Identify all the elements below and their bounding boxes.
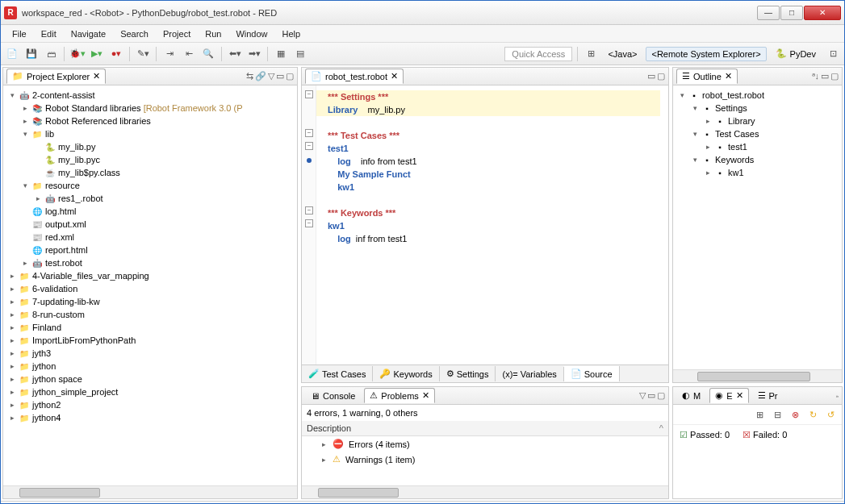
menu-edit[interactable]: Edit bbox=[35, 27, 63, 40]
code-line[interactable]: *** Keywords *** bbox=[310, 206, 660, 219]
tab-outline[interactable]: ☰ Outline ✕ bbox=[676, 69, 738, 84]
tree-item[interactable]: ▸📁jyth3 bbox=[5, 347, 295, 360]
filter-err-icon[interactable]: ⊗ bbox=[787, 406, 803, 423]
tab-console[interactable]: 🖥 Console bbox=[305, 389, 361, 403]
problems-max-icon[interactable]: ▢ bbox=[657, 390, 665, 401]
code-line[interactable]: log info from test1 bbox=[310, 155, 660, 168]
tree-item[interactable]: ▸📚Robot Standard libraries [Robot Framew… bbox=[5, 102, 295, 115]
outline-item[interactable]: ▾▪Settings bbox=[675, 102, 840, 115]
tree-item[interactable]: ▾📁resource bbox=[5, 179, 295, 192]
code-line[interactable]: test1 bbox=[310, 142, 660, 155]
outline-min-icon[interactable]: ▭ bbox=[821, 71, 829, 81]
tab-editor-file[interactable]: 📄 robot_test.robot ✕ bbox=[305, 69, 404, 84]
collapse-icon[interactable]: ⇆ bbox=[246, 71, 253, 81]
menu-help[interactable]: Help bbox=[276, 27, 307, 40]
code-line[interactable] bbox=[310, 194, 660, 206]
tab-e[interactable]: ◉ E ✕ bbox=[709, 388, 748, 403]
menu-window[interactable]: Window bbox=[229, 27, 274, 40]
tree-item[interactable]: ▾🤖2-content-assist bbox=[5, 89, 295, 102]
link-icon[interactable]: 🔗 bbox=[255, 71, 266, 81]
tree-item[interactable]: 🌐log.html bbox=[5, 205, 295, 218]
code-line[interactable]: *** Test Cases *** bbox=[310, 129, 660, 142]
tree-item[interactable]: ▸📁jython2 bbox=[5, 398, 295, 411]
tree-item[interactable]: ▸📁Finland bbox=[5, 321, 295, 334]
code-line[interactable]: kw1 bbox=[310, 219, 660, 232]
perspective-java[interactable]: <Java> bbox=[602, 47, 642, 61]
tree-item[interactable]: ▸📁jython_simple_project bbox=[5, 385, 295, 398]
menu-search[interactable]: Search bbox=[114, 27, 155, 40]
outline-max-icon[interactable]: ▢ bbox=[830, 71, 839, 81]
quick-access[interactable]: Quick Access bbox=[504, 47, 572, 61]
tree-item[interactable]: ▸📁7-updating-lib-kw bbox=[5, 295, 295, 308]
tree-item[interactable]: ▸📁8-run-custom bbox=[5, 308, 295, 321]
outline-sort-icon[interactable]: ᵃ↓ bbox=[812, 71, 820, 81]
tree-item[interactable]: ▸🤖res1_.robot bbox=[5, 192, 295, 205]
problems-menu-icon[interactable]: ▽ bbox=[639, 390, 646, 401]
code-line[interactable]: *** Settings *** bbox=[310, 90, 660, 103]
etab-testcases[interactable]: 🧪 Test Cases bbox=[302, 366, 373, 381]
problems-warnings-row[interactable]: ▸⚠Warnings (1 item) bbox=[302, 452, 668, 467]
perspective-remote[interactable]: <Remote System Explorer> bbox=[646, 47, 766, 61]
rerun2-icon[interactable]: ↺ bbox=[822, 406, 839, 423]
outline-scrollbar[interactable] bbox=[673, 369, 842, 382]
tree-item[interactable]: ▸📁4-Variable_files_var_mapping bbox=[5, 269, 295, 282]
tree-item[interactable]: 📰red.xml bbox=[5, 231, 295, 244]
project-explorer-tree[interactable]: ▾🤖2-content-assist▸📚Robot Standard libra… bbox=[3, 85, 297, 485]
code-line[interactable]: kw1 bbox=[310, 181, 660, 194]
problems-scrollbar[interactable] bbox=[302, 485, 668, 498]
runlast-icon[interactable]: ●▾ bbox=[108, 46, 124, 62]
code-line[interactable]: Library my_lib.py bbox=[310, 103, 660, 116]
tree-item[interactable]: ▸📁6-validation bbox=[5, 282, 295, 295]
run-icon[interactable]: ▶▾ bbox=[89, 46, 105, 62]
outline-item[interactable]: ▾▪robot_test.robot bbox=[675, 89, 840, 102]
saveall-icon[interactable]: 🗃 bbox=[43, 46, 59, 62]
etab-keywords[interactable]: 🔑 Keywords bbox=[373, 366, 439, 381]
perspective-more-icon[interactable]: ⊡ bbox=[825, 46, 841, 62]
menu-navigate[interactable]: Navigate bbox=[65, 27, 112, 40]
etab-settings[interactable]: ⚙ Settings bbox=[440, 366, 496, 381]
scrollbar-h[interactable] bbox=[3, 485, 297, 498]
expand-icon[interactable]: ⊞ bbox=[751, 406, 768, 423]
perspective-pydev[interactable]: 🐍PyDev bbox=[770, 46, 822, 61]
menu-project[interactable]: Project bbox=[157, 27, 197, 40]
fold-icon[interactable]: − bbox=[305, 206, 313, 215]
perspective-open-icon[interactable]: ⊞ bbox=[583, 46, 599, 62]
maximize-button[interactable]: □ bbox=[780, 6, 803, 20]
outline-item[interactable]: ▾▪Test Cases bbox=[675, 127, 840, 140]
outline-item[interactable]: ▸▪Library bbox=[675, 115, 840, 127]
fold-icon[interactable]: − bbox=[305, 129, 313, 137]
new-icon[interactable]: 📄 bbox=[4, 46, 20, 62]
back-icon[interactable]: ⬅▾ bbox=[227, 46, 243, 62]
problems-min-icon[interactable]: ▭ bbox=[647, 390, 655, 401]
focus-icon[interactable]: ▽ bbox=[268, 71, 274, 81]
etab-source[interactable]: 📄 Source bbox=[564, 366, 620, 381]
collapse-all-icon[interactable]: ⊟ bbox=[769, 406, 785, 423]
outline-tree[interactable]: ▾▪robot_test.robot▾▪Settings▸▪Library▾▪T… bbox=[673, 85, 842, 369]
code-line[interactable]: My Sample Funct bbox=[310, 168, 660, 181]
save-icon[interactable]: 💾 bbox=[23, 46, 40, 62]
fold-icon[interactable]: − bbox=[305, 219, 313, 227]
tab-pr[interactable]: ☰ Pr bbox=[752, 388, 784, 403]
outline-item[interactable]: ▸▪kw1 bbox=[675, 166, 840, 179]
problems-errors-row[interactable]: ▸⛔Errors (4 items) bbox=[302, 436, 668, 452]
code-line[interactable] bbox=[310, 116, 660, 129]
min-icon[interactable]: ▭ bbox=[276, 71, 284, 81]
grid-icon[interactable]: ▦ bbox=[273, 46, 289, 62]
outline-item[interactable]: ▾▪Keywords bbox=[675, 153, 840, 166]
debug-icon[interactable]: 🐞▾ bbox=[69, 46, 86, 62]
tab-project-explorer[interactable]: 📁 Project Explorer ✕ bbox=[6, 69, 106, 84]
step-icon[interactable]: ⇥ bbox=[161, 46, 178, 62]
tab-m[interactable]: ◐ M bbox=[676, 388, 706, 403]
tree-item[interactable]: 🐍my_lib.pyc bbox=[5, 153, 295, 166]
tree-item[interactable]: 🐍my_lib.py bbox=[5, 140, 295, 153]
problems-col-description[interactable]: Description bbox=[307, 423, 659, 433]
tree-item[interactable]: ☕my_lib$py.class bbox=[5, 166, 295, 179]
tree-item[interactable]: ▸🤖test.robot bbox=[5, 256, 295, 269]
code-line[interactable]: log inf from test1 bbox=[310, 232, 660, 245]
source-icon[interactable]: ▤ bbox=[292, 46, 308, 62]
tree-item[interactable]: ▸📁jython4 bbox=[5, 411, 295, 424]
tree-item[interactable]: ▸📁ImportLibFromPythonPath bbox=[5, 334, 295, 347]
tree-item[interactable]: 🌐report.html bbox=[5, 244, 295, 256]
stepover-icon[interactable]: ⇤ bbox=[181, 46, 197, 62]
wand-icon[interactable]: ✎▾ bbox=[135, 46, 151, 62]
